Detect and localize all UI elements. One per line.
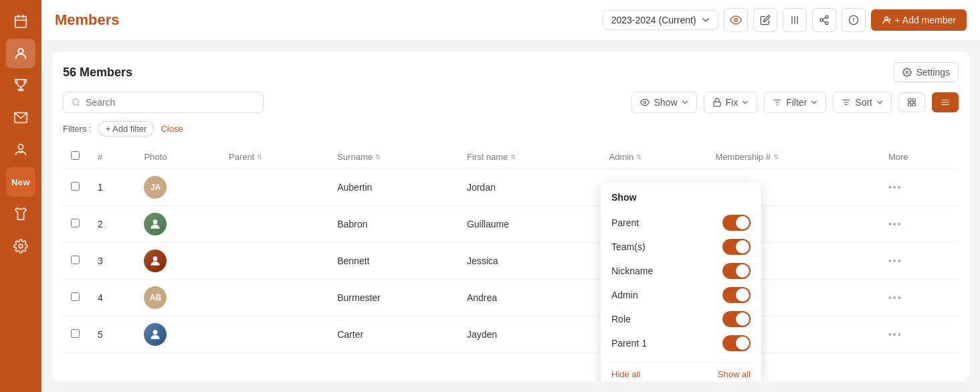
toolbar: Show Fix bbox=[63, 92, 959, 113]
show-chevron-icon bbox=[682, 99, 688, 106]
col-firstname: First name ⇅ bbox=[459, 144, 601, 169]
teams-toggle-row: Team(s) bbox=[611, 235, 751, 259]
eye-icon bbox=[730, 14, 742, 26]
trophy-sidebar-icon[interactable] bbox=[6, 71, 35, 100]
filter-chevron-icon bbox=[811, 99, 817, 106]
filter-button[interactable]: Filter bbox=[764, 92, 826, 113]
list-view-button[interactable] bbox=[932, 92, 959, 112]
eye-toolbar-icon bbox=[640, 98, 650, 107]
gear-icon bbox=[902, 68, 912, 77]
col-parent: Parent ⇅ bbox=[221, 144, 329, 169]
email-sidebar-icon[interactable] bbox=[6, 103, 35, 132]
sort-icon bbox=[842, 98, 851, 107]
nickname-toggle-row: Nickname bbox=[611, 259, 751, 283]
nickname-toggle[interactable] bbox=[722, 263, 751, 279]
sort-chevron-icon bbox=[876, 99, 883, 106]
main-content: Members 2023-2024 (Current) bbox=[41, 0, 980, 392]
parent-toggle[interactable] bbox=[722, 215, 751, 231]
parent-toggle-row: Parent bbox=[611, 211, 751, 235]
settings-button[interactable]: Settings bbox=[894, 62, 959, 82]
teams-toggle[interactable] bbox=[722, 239, 751, 255]
avatar bbox=[144, 323, 167, 346]
list-icon bbox=[941, 98, 950, 107]
admin-toggle[interactable] bbox=[722, 287, 751, 303]
hide-all-button[interactable]: Hide all bbox=[611, 369, 640, 379]
share-icon bbox=[819, 15, 829, 25]
table-row: 1 JA Aubertin Jordan ••• bbox=[63, 169, 959, 206]
svg-line-27 bbox=[78, 104, 79, 106]
show-button[interactable]: Show bbox=[631, 92, 696, 113]
svg-line-18 bbox=[822, 17, 825, 19]
header-right: 2023-2024 (Current) bbox=[603, 8, 967, 32]
columns-icon-btn[interactable] bbox=[783, 8, 807, 32]
admin-toggle-row: Admin bbox=[611, 283, 751, 307]
members-card: 56 Members Settings bbox=[52, 52, 969, 381]
svg-rect-6 bbox=[18, 90, 23, 91]
edit-icon-btn[interactable] bbox=[753, 8, 777, 32]
page-title: Members bbox=[55, 11, 120, 29]
sort-button[interactable]: Sort bbox=[833, 92, 892, 113]
avatar bbox=[144, 250, 167, 272]
more-options-btn[interactable]: ••• bbox=[888, 182, 902, 193]
grid-view-button[interactable] bbox=[898, 92, 925, 112]
info-icon-btn[interactable] bbox=[842, 8, 866, 32]
search-icon bbox=[72, 98, 80, 107]
season-selector[interactable]: 2023-2024 (Current) bbox=[603, 10, 718, 30]
svg-point-22 bbox=[884, 17, 888, 20]
close-filters-button[interactable]: Close bbox=[161, 124, 183, 134]
settings-sidebar-icon[interactable] bbox=[6, 231, 35, 261]
table-row: 4 AB Burmester Andrea ••• bbox=[63, 280, 959, 316]
parent1-toggle[interactable] bbox=[722, 335, 751, 351]
svg-rect-34 bbox=[912, 99, 915, 102]
role-toggle[interactable] bbox=[722, 311, 751, 327]
card-header: 56 Members Settings bbox=[63, 62, 959, 82]
table-row: 5 Carter Jayden ••• bbox=[63, 316, 959, 353]
more-options-btn[interactable]: ••• bbox=[888, 292, 902, 303]
add-filter-button[interactable]: + Add filter bbox=[98, 121, 155, 136]
more-options-btn[interactable]: ••• bbox=[888, 329, 902, 340]
col-surname: Surname ⇅ bbox=[329, 144, 459, 169]
top-header: Members 2023-2024 (Current) bbox=[41, 0, 980, 41]
content-area: 56 Members Settings bbox=[41, 41, 980, 392]
show-dropdown-title: Show bbox=[611, 192, 751, 203]
table-row: 2 Babron Guillaume ••• bbox=[63, 206, 959, 243]
svg-point-9 bbox=[19, 244, 23, 248]
svg-line-17 bbox=[822, 21, 825, 23]
members-count: 56 Members bbox=[63, 66, 132, 80]
parent1-toggle-row: Parent 1 bbox=[611, 331, 751, 355]
col-photo: Photo bbox=[136, 144, 221, 169]
show-all-button[interactable]: Show all bbox=[718, 369, 751, 379]
row-checkbox[interactable] bbox=[71, 292, 80, 301]
svg-point-4 bbox=[18, 49, 23, 54]
search-box[interactable] bbox=[63, 92, 264, 113]
col-admin: Admin ⇅ bbox=[601, 144, 708, 169]
shirt-sidebar-icon[interactable] bbox=[6, 199, 35, 229]
row-checkbox[interactable] bbox=[71, 256, 80, 264]
new-badge-icon[interactable]: New bbox=[6, 167, 35, 197]
members-sidebar-icon[interactable] bbox=[6, 39, 35, 68]
donation-sidebar-icon[interactable] bbox=[6, 135, 35, 165]
svg-point-25 bbox=[906, 71, 909, 74]
members-table-wrapper: # Photo Parent ⇅ Surname ⇅ First name ⇅ bbox=[63, 144, 959, 353]
row-checkbox[interactable] bbox=[71, 182, 80, 191]
select-all-checkbox[interactable] bbox=[71, 151, 80, 160]
dropdown-footer: Hide all Show all bbox=[611, 362, 751, 379]
share-icon-btn[interactable] bbox=[812, 8, 836, 32]
person-photo-icon bbox=[149, 328, 162, 341]
svg-point-28 bbox=[644, 101, 647, 104]
lock-icon bbox=[712, 98, 722, 107]
row-checkbox[interactable] bbox=[71, 329, 80, 338]
search-input[interactable] bbox=[86, 97, 255, 108]
more-options-btn[interactable]: ••• bbox=[888, 256, 902, 266]
avatar bbox=[144, 213, 167, 235]
eye-icon-btn[interactable] bbox=[724, 8, 748, 32]
add-member-button[interactable]: + Add member bbox=[871, 9, 967, 31]
person-photo-icon bbox=[149, 254, 162, 268]
info-icon bbox=[848, 15, 859, 25]
sidebar: New bbox=[0, 0, 41, 392]
row-checkbox[interactable] bbox=[71, 219, 80, 227]
fix-button[interactable]: Fix bbox=[704, 92, 758, 113]
calendar-sidebar-icon[interactable] bbox=[6, 7, 35, 36]
more-options-btn[interactable]: ••• bbox=[888, 219, 902, 229]
pencil-icon bbox=[760, 15, 771, 25]
